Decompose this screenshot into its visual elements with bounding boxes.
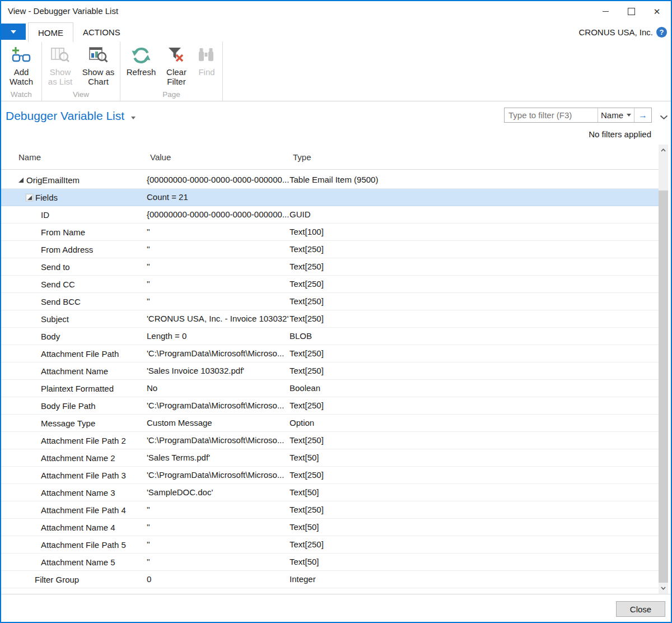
variable-value: '' (147, 554, 150, 570)
variable-type: Text[50] (290, 519, 319, 536)
variable-type: Text[250] (290, 536, 324, 553)
ribbon: Add WatchWatchShow as ListShow as ChartV… (1, 41, 671, 101)
variable-value: Length = 0 (147, 328, 186, 345)
ribbon-group-label: Page (120, 90, 222, 99)
column-header-name: Name (18, 152, 41, 162)
variable-list: OrigEmailItem{00000000-0000-0000-0000-00… (1, 171, 659, 606)
filter-column-dropdown[interactable]: Name (598, 108, 634, 122)
table-row[interactable]: BodyLength = 0BLOB (1, 328, 659, 345)
close-button[interactable]: Close (616, 601, 665, 617)
name-cell: Fields (1, 189, 659, 206)
variable-type: Text[250] (290, 501, 324, 518)
variable-value: '' (147, 241, 150, 258)
page-title-caret-icon[interactable] (131, 117, 136, 119)
variable-value: Count = 21 (147, 189, 188, 206)
variable-value: '' (147, 519, 150, 536)
variable-name: Attachment File Path 2 (41, 436, 126, 445)
variable-value: '' (147, 501, 150, 518)
variable-name: Body File Path (41, 401, 96, 411)
variable-value: 'CRONUS USA, Inc. - Invoice 103032' (147, 310, 288, 327)
variable-name: Plaintext Formatted (41, 384, 114, 393)
apply-filter-button[interactable]: → (634, 108, 651, 122)
name-cell: Attachment File Path 4 (1, 501, 659, 518)
table-row[interactable]: Attachment File Path 5''Text[250] (1, 536, 659, 554)
table-row[interactable]: Subject'CRONUS USA, Inc. - Invoice 10303… (1, 310, 659, 328)
name-cell: Attachment Name 3 (1, 484, 659, 501)
application-menu-button[interactable] (1, 24, 26, 40)
variable-value: 'C:\ProgramData\Microsoft\Microso... (147, 432, 284, 449)
name-cell: Attachment Name 4 (1, 519, 659, 536)
close-window-button[interactable]: ✕ (644, 1, 670, 21)
name-cell: Subject (1, 310, 659, 327)
table-row[interactable]: Attachment File Path 3'C:\ProgramData\Mi… (1, 467, 659, 484)
variable-name: Send BCC (41, 297, 81, 306)
variable-name: Attachment File Path 5 (41, 540, 126, 550)
variable-type: Text[50] (290, 484, 319, 501)
table-row[interactable]: Body File Path'C:\ProgramData\Microsoft\… (1, 397, 659, 415)
table-row[interactable]: Attachment Name 5''Text[50] (1, 554, 659, 571)
table-row[interactable]: Send CC''Text[250] (1, 276, 659, 293)
fields-icon (26, 194, 33, 201)
variable-name: From Name (41, 227, 85, 237)
filter-input[interactable] (505, 108, 598, 122)
table-row[interactable]: Plaintext FormattedNoBoolean (1, 380, 659, 397)
scroll-down-button[interactable] (659, 583, 668, 594)
table-row[interactable]: Attachment Name'Sales Invoice 103032.pdf… (1, 362, 659, 380)
table-row[interactable]: Send to''Text[250] (1, 258, 659, 276)
variable-value: '' (147, 276, 150, 292)
table-row[interactable]: Attachment Name 2'Sales Terms.pdf'Text[5… (1, 449, 659, 467)
variable-type: Text[250] (290, 310, 324, 327)
variable-type: Text[100] (290, 224, 324, 240)
variable-value: '' (147, 536, 150, 553)
column-header-value: Value (150, 152, 171, 162)
table-row[interactable]: Attachment Name 4''Text[50] (1, 519, 659, 536)
variable-name: Fields (35, 193, 58, 202)
tab-actions[interactable]: ACTIONS (73, 22, 130, 41)
scroll-up-button[interactable] (659, 145, 668, 156)
close-icon: ✕ (654, 7, 661, 16)
filter-status: No filters applied (589, 129, 651, 139)
minimize-icon (603, 11, 609, 12)
help-icon[interactable]: ? (656, 27, 667, 38)
table-row[interactable]: Message TypeCustom MessageOption (1, 415, 659, 432)
scrollbar-thumb[interactable] (659, 190, 668, 583)
table-row[interactable]: Attachment Name 3'SampleDOC.doc'Text[50] (1, 484, 659, 501)
variable-type: Text[250] (290, 276, 324, 292)
filter-box: Name → (504, 108, 652, 123)
variable-value: {00000000-0000-0000-0000-000000... (147, 206, 289, 223)
variable-value: 'C:\ProgramData\Microsoft\Microso... (147, 345, 284, 362)
page-title: Debugger Variable List (6, 109, 124, 123)
name-cell: Send to (1, 258, 659, 275)
name-cell: ID (1, 206, 659, 223)
collapse-pane-button[interactable] (660, 112, 668, 122)
chevron-down-icon (627, 114, 631, 117)
ribbon-tabs: HOMEACTIONS (28, 22, 130, 41)
chevron-down-icon (11, 30, 16, 34)
table-row[interactable]: FieldsCount = 21 (1, 189, 659, 206)
title-bar: View - Debugger Variable List ✕ (1, 1, 671, 22)
table-row[interactable]: From Name''Text[100] (1, 224, 659, 241)
vertical-scrollbar[interactable] (659, 145, 668, 594)
table-row[interactable]: Send BCC''Text[250] (1, 293, 659, 310)
table-row[interactable]: Attachment File Path'C:\ProgramData\Micr… (1, 345, 659, 362)
minimize-button[interactable] (592, 1, 618, 21)
maximize-button[interactable] (618, 1, 644, 21)
table-row[interactable]: From Address''Text[250] (1, 241, 659, 258)
variable-name: Send to (41, 262, 70, 272)
show-as-list-icon (50, 44, 71, 67)
variable-name: Attachment File Path (41, 349, 119, 359)
table-row[interactable]: Attachment File Path 4''Text[250] (1, 501, 659, 519)
chevron-down-icon (660, 115, 668, 120)
collapse-node-icon[interactable] (18, 178, 24, 183)
table-row[interactable]: ID{00000000-0000-0000-0000-000000...GUID (1, 206, 659, 224)
table-row[interactable]: OrigEmailItem{00000000-0000-0000-0000-00… (1, 171, 659, 189)
variable-name: Attachment Name 5 (41, 557, 115, 567)
name-cell: Body (1, 328, 659, 345)
variable-value: Custom Message (147, 415, 212, 431)
table-row[interactable]: Filter Group0Integer (1, 571, 659, 588)
table-row[interactable]: Attachment File Path 2'C:\ProgramData\Mi… (1, 432, 659, 449)
variable-name: Attachment File Path 3 (41, 471, 126, 480)
variable-type: Boolean (290, 380, 320, 397)
variable-name: Attachment File Path 4 (41, 505, 126, 515)
tab-home[interactable]: HOME (28, 22, 73, 42)
